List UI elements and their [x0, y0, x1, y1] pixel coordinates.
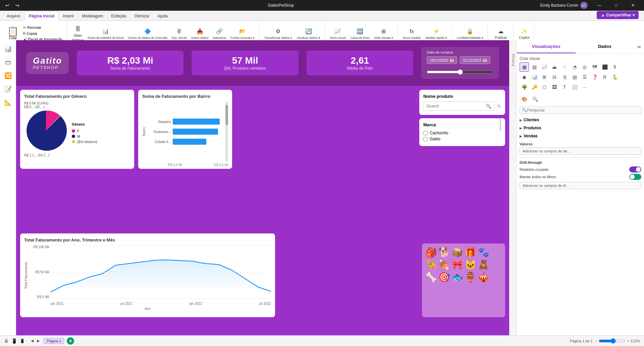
- paste-button[interactable]: 📋 Colar: [5, 26, 20, 41]
- dax-query-icon[interactable]: 📝: [2, 83, 14, 95]
- tab-otimizar[interactable]: Otimizar: [130, 12, 154, 20]
- vis-qna-icon[interactable]: ❓: [590, 72, 599, 82]
- undo-btn[interactable]: ↩: [3, 0, 11, 11]
- redo-btn[interactable]: ↪: [13, 0, 21, 11]
- user-avatar[interactable]: EC: [580, 2, 588, 9]
- medida-rapida-button[interactable]: ⚡ Medida rápida ▾: [424, 26, 449, 41]
- maximize-btn[interactable]: □: [608, 0, 624, 11]
- search-icon[interactable]: 🔍: [486, 103, 491, 109]
- nova-medida-button[interactable]: fx Nova medida: [401, 26, 422, 41]
- vis-area-icon[interactable]: ⛰: [550, 62, 559, 72]
- expand-panel-btn[interactable]: ≫: [634, 40, 644, 53]
- format-icon[interactable]: 🎨: [520, 94, 529, 104]
- dataverse-button[interactable]: 🔗 Dataverse: [211, 26, 228, 41]
- desktop-view-icon[interactable]: 🖥: [4, 338, 9, 344]
- mais-visuais-button[interactable]: ⊞ Mais visuais ▾: [373, 26, 395, 41]
- copilot-button[interactable]: ✨ Copilot: [517, 26, 531, 41]
- minimize-btn[interactable]: —: [592, 0, 607, 11]
- tab-exibicao[interactable]: Exibição: [107, 12, 130, 20]
- right-panel: Visualizações Dados ≫ Criar visual ▦ ▤ 📈…: [517, 40, 644, 346]
- vis-funnel-icon[interactable]: ⊽: [610, 62, 620, 72]
- caixa-texto-button[interactable]: 🔤 Caixa de texto: [348, 26, 371, 41]
- vis-shape-icon[interactable]: ⬡: [540, 82, 549, 92]
- phone-view-icon[interactable]: 📱: [20, 339, 25, 343]
- data-search-input[interactable]: [527, 108, 639, 113]
- zoom-slider[interactable]: [599, 338, 626, 344]
- values-add-button[interactable]: Adicionar os campos de da...: [520, 147, 641, 155]
- vis-key-inf-icon[interactable]: 🔑: [530, 82, 539, 92]
- vis-bar-icon[interactable]: ▦: [520, 62, 529, 72]
- copiar-button[interactable]: ⎘ Copiar: [22, 31, 64, 36]
- filters-strip[interactable]: Filtros: [509, 40, 517, 346]
- produtos-header[interactable]: ▶ Produtos: [520, 125, 641, 131]
- vis-matrix-icon[interactable]: ⊟: [550, 72, 559, 82]
- publicar-button[interactable]: ☁ Publicar: [493, 26, 508, 41]
- visualizacoes-tab[interactable]: Visualizações: [517, 40, 576, 53]
- tab-modelagem[interactable]: Modelagem: [78, 12, 107, 20]
- metrics-icon[interactable]: 📐: [2, 96, 14, 109]
- drill-add-button[interactable]: Adicionar os campos de dr...: [520, 182, 641, 189]
- vendas-header[interactable]: ▶ Vendas: [520, 133, 641, 139]
- sql-button[interactable]: 🛢 SQL Server: [170, 26, 189, 41]
- page-tab-1[interactable]: Página 1: [44, 338, 64, 344]
- data-search-bar[interactable]: 🔍: [520, 107, 641, 114]
- vis-decomp-icon[interactable]: 🌳: [520, 82, 529, 92]
- vis-card-icon[interactable]: 🃏: [560, 72, 569, 82]
- zoom-plus[interactable]: +: [627, 339, 629, 343]
- close-btn[interactable]: ✕: [625, 0, 641, 11]
- report-view-icon[interactable]: 📊: [2, 43, 14, 55]
- vis-map-icon[interactable]: 🗺: [590, 62, 599, 72]
- vis-more-icon[interactable]: ···: [580, 82, 589, 92]
- vis-scatter-icon[interactable]: ⁙: [560, 62, 569, 72]
- vis-pie-icon[interactable]: ◔: [570, 62, 579, 72]
- tab-inserir[interactable]: Inserir: [59, 12, 78, 20]
- vis-stacked-bar-icon[interactable]: ▤: [530, 62, 539, 72]
- share-button[interactable]: ▲ Compartilhar ▾: [597, 11, 639, 19]
- inserir-dados-button[interactable]: 📥 Inserir dados: [190, 26, 210, 41]
- data-view-icon[interactable]: 🗃: [2, 56, 14, 68]
- vis-slicer-icon[interactable]: ☰: [580, 72, 589, 82]
- novo-visual-button[interactable]: 📈 Novo visual: [328, 26, 347, 41]
- vis-donut-icon[interactable]: ◎: [580, 62, 589, 72]
- vis-button-icon[interactable]: ⬜: [570, 82, 579, 92]
- vis-kpi-icon[interactable]: 📊: [530, 72, 539, 82]
- vis-py-icon[interactable]: 🐍: [610, 72, 620, 82]
- marca-gatito-checkbox[interactable]: [423, 137, 428, 141]
- vis-r-icon[interactable]: R: [600, 72, 609, 82]
- search-analytics-icon[interactable]: 🔍: [530, 94, 540, 104]
- add-page-button[interactable]: +: [67, 337, 74, 345]
- date-end-input[interactable]: 31/12/2022 📅: [460, 56, 490, 64]
- edit-filter-icon[interactable]: ✎: [497, 103, 501, 109]
- vis-gauge-icon[interactable]: ◉: [520, 72, 529, 82]
- nome-produto-search[interactable]: 🔍: [423, 101, 494, 111]
- marca-cachorrito-checkbox[interactable]: [423, 131, 428, 135]
- vis-image-icon[interactable]: 🖼: [550, 82, 559, 92]
- zoom-minus[interactable]: −: [595, 339, 597, 343]
- vis-table-icon[interactable]: ⊞: [540, 72, 549, 82]
- transformar-button[interactable]: ⚙ Transformar dados ▾: [263, 26, 294, 41]
- clientes-header[interactable]: ▶ Clientes: [520, 117, 641, 123]
- dados-tab[interactable]: Dados: [576, 40, 634, 53]
- next-page-btn[interactable]: ▶: [36, 339, 41, 343]
- tablet-view-icon[interactable]: 📱: [11, 338, 17, 344]
- recortar-button[interactable]: ✂ Recortar: [22, 25, 64, 30]
- model-view-icon[interactable]: 🔀: [2, 70, 14, 82]
- vis-line-icon[interactable]: 📈: [540, 62, 549, 72]
- atualizar-button[interactable]: 🔄 Atualizar dados ▾: [295, 26, 322, 41]
- date-slider[interactable]: [427, 69, 494, 75]
- nome-produto-input[interactable]: [426, 104, 484, 109]
- date-start-input[interactable]: 19/12/2020 📅: [427, 56, 457, 64]
- pasta-excel-button[interactable]: 📊 Pasta de trabalho do Excel: [86, 26, 125, 41]
- vis-textbox-icon[interactable]: T: [560, 82, 569, 92]
- vis-treemap-icon[interactable]: ⬛: [600, 62, 609, 72]
- vis-multirow-icon[interactable]: ▤: [570, 72, 579, 82]
- tab-pagina-inicial[interactable]: Página Inicial: [24, 11, 59, 21]
- tab-ajuda[interactable]: Ajuda: [153, 12, 172, 20]
- tab-arquivo[interactable]: Arquivo: [3, 12, 24, 20]
- manter-filtros-toggle[interactable]: [629, 174, 641, 180]
- relatorio-cruzado-toggle[interactable]: [629, 166, 641, 172]
- fontes-button[interactable]: 📂 Fontes recentes ▾: [229, 26, 256, 41]
- centro-dados-button[interactable]: 🔷 Centro de dados do OneLake: [126, 26, 169, 41]
- prev-page-btn[interactable]: ◀: [30, 339, 35, 343]
- conf-button[interactable]: 🔒 Confidencialidade ▾: [455, 26, 485, 41]
